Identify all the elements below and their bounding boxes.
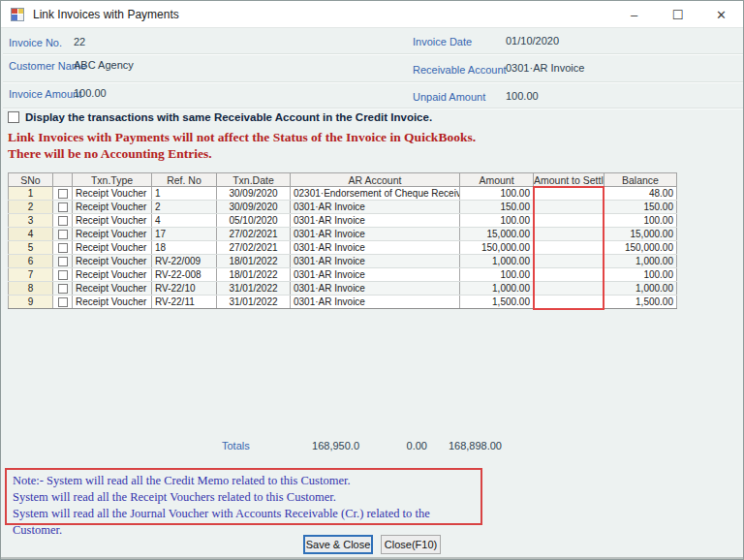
cell-amount: 100.00: [460, 214, 534, 228]
cell-balance: 1,000.00: [604, 255, 677, 268]
invoice-date-label: Invoice Date: [413, 36, 472, 47]
cell-txn-type: Receipt Voucher: [73, 268, 152, 282]
cell-txn-type: Receipt Voucher: [73, 282, 152, 296]
table-row: 4 Receipt Voucher 17 27/02/2021 0301·AR …: [9, 228, 677, 241]
table-row: 7 Receipt Voucher RV-22-008 18/01/2022 0…: [9, 268, 677, 282]
col-header-amount[interactable]: Amount: [460, 173, 534, 187]
col-header-ar-account[interactable]: AR Account: [291, 173, 460, 187]
cell-ar-account: 0301·AR Invoice: [291, 228, 460, 241]
totals-balance: 168,898.00: [415, 440, 502, 451]
cell-ref-no: 18: [152, 241, 217, 255]
row-checkbox[interactable]: [58, 230, 68, 239]
minimize-icon[interactable]: –: [612, 1, 656, 28]
cell-amount-to-settle[interactable]: [534, 296, 604, 309]
display-transactions-checkbox-label: Display the transactions with same Recei…: [25, 111, 432, 123]
separator: [3, 81, 743, 83]
col-header-check[interactable]: [53, 173, 73, 187]
cell-balance: 1,500.00: [604, 296, 677, 309]
cell-ref-no: 4: [152, 214, 217, 228]
cell-amount-to-settle[interactable]: [534, 282, 604, 296]
invoice-date-value: 01/10/2020: [506, 35, 559, 47]
warning-line-1: Link Invoices with Payments will not aff…: [8, 130, 476, 145]
table-row: 8 Receipt Voucher RV-22/10 31/01/2022 03…: [9, 282, 677, 296]
warning-line-2: There will be no Accounting Entries.: [8, 146, 212, 162]
cell-txn-type: Receipt Voucher: [73, 228, 152, 241]
maximize-icon[interactable]: ☐: [656, 1, 699, 28]
row-checkbox[interactable]: [58, 189, 68, 199]
row-checkbox[interactable]: [58, 243, 68, 253]
cell-txn-date: 18/01/2022: [217, 268, 291, 282]
cell-amount-to-settle[interactable]: [534, 241, 604, 255]
cell-amount-to-settle[interactable]: [534, 201, 604, 214]
row-checkbox[interactable]: [58, 284, 68, 294]
cell-amount-to-settle[interactable]: [534, 214, 604, 228]
col-header-sno[interactable]: SNo: [9, 173, 53, 187]
cell-amount-to-settle[interactable]: [534, 228, 604, 241]
cell-ref-no: RV-22-008: [152, 268, 217, 282]
cell-ar-account: 0301·AR Invoice: [291, 214, 460, 228]
cell-balance: 48.00: [604, 187, 677, 201]
cell-amount: 1,000.00: [460, 282, 534, 296]
row-checkbox[interactable]: [58, 202, 68, 212]
cell-amount: 1,500.00: [460, 296, 534, 309]
col-header-ref-no[interactable]: Ref. No: [152, 173, 217, 187]
cell-ar-account: 0301·AR Invoice: [291, 201, 460, 214]
cell-ar-account: 02301·Endorsement of Cheque Received: [291, 187, 460, 201]
row-checkbox[interactable]: [58, 270, 68, 280]
cell-balance: 100.00: [604, 214, 677, 228]
invoice-no-value: 22: [74, 36, 85, 47]
cell-amount: 150.00: [460, 201, 534, 214]
cell-check: [53, 214, 73, 228]
totals-label: Totals: [222, 440, 250, 451]
cell-txn-date: 31/01/2022: [217, 282, 291, 296]
cell-check: [53, 201, 73, 214]
cell-amount-to-settle[interactable]: [534, 255, 604, 268]
cell-ref-no: 17: [152, 228, 217, 241]
cell-amount: 15,000.00: [460, 228, 534, 241]
cell-txn-type: Receipt Voucher: [73, 296, 152, 309]
row-checkbox[interactable]: [58, 216, 68, 226]
col-header-txn-date[interactable]: Txn.Date: [217, 173, 291, 187]
cell-txn-date: 30/09/2020: [217, 187, 291, 201]
cell-balance: 150.00: [604, 201, 677, 214]
cell-balance: 1,000.00: [604, 282, 677, 296]
link-invoices-dialog: Link Invoices with Payments – ☐ ✕ Invoic…: [0, 0, 744, 560]
note-line-1: Note:- System will read all the Credit M…: [13, 473, 475, 489]
cell-ref-no: RV-22/009: [152, 255, 217, 268]
cell-ar-account: 0301·AR Invoice: [291, 241, 460, 255]
cell-check: [53, 228, 73, 241]
transactions-table: SNo Txn.Type Ref. No Txn.Date AR Account…: [8, 172, 677, 309]
close-button[interactable]: Close(F10): [381, 535, 441, 554]
cell-amount: 100.00: [460, 187, 534, 201]
cell-balance: 150,000.00: [604, 241, 677, 255]
cell-amount-to-settle[interactable]: [534, 187, 604, 201]
cell-amount-to-settle[interactable]: [534, 268, 604, 282]
cell-txn-type: Receipt Voucher: [73, 187, 152, 201]
save-close-button[interactable]: Save & Close: [303, 535, 373, 554]
invoice-no-label: Invoice No.: [9, 37, 62, 48]
cell-txn-date: 31/01/2022: [217, 296, 291, 309]
row-checkbox[interactable]: [58, 257, 68, 266]
col-header-balance[interactable]: Balance: [604, 173, 677, 187]
display-transactions-checkbox[interactable]: [8, 111, 19, 123]
col-header-txn-type[interactable]: Txn.Type: [73, 173, 152, 187]
close-icon[interactable]: ✕: [699, 1, 743, 28]
cell-sno: 5: [9, 241, 53, 255]
cell-ar-account: 0301·AR Invoice: [291, 296, 460, 309]
cell-check: [53, 268, 73, 282]
separator: [3, 53, 743, 55]
table-row: 5 Receipt Voucher 18 27/02/2021 0301·AR …: [9, 241, 677, 255]
cell-sno: 8: [9, 282, 53, 296]
totals-amount: 168,950.0: [272, 440, 359, 451]
table-row: 6 Receipt Voucher RV-22/009 18/01/2022 0…: [9, 255, 677, 268]
col-header-amount-to-settle[interactable]: Amount to Settle: [534, 173, 604, 187]
receivable-account-value: 0301·AR Invoice: [506, 62, 584, 74]
cell-sno: 6: [9, 255, 53, 268]
cell-txn-type: Receipt Voucher: [73, 241, 152, 255]
cell-ref-no: RV-22/11: [152, 296, 217, 309]
note-box: Note:- System will read all the Credit M…: [5, 468, 482, 525]
cell-sno: 4: [9, 228, 53, 241]
cell-txn-type: Receipt Voucher: [73, 255, 152, 268]
row-checkbox[interactable]: [58, 297, 68, 307]
cell-amount: 150,000.00: [460, 241, 534, 255]
